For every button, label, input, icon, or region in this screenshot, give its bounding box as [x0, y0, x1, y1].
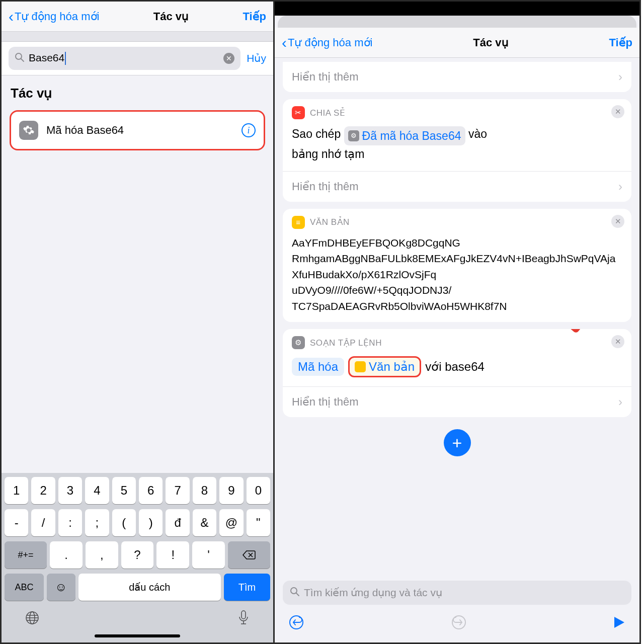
- keyboard: 1234567890 -/:;()đ&@" #+= . , ? ! ' ABC …: [2, 473, 273, 642]
- back-button[interactable]: ‹ Tự động hóa mới: [9, 9, 99, 24]
- key[interactable]: 2: [31, 477, 55, 504]
- key[interactable]: ?: [121, 541, 154, 569]
- nav-title: Tác vụ: [153, 10, 189, 23]
- mic-icon[interactable]: [237, 610, 250, 629]
- key[interactable]: &: [193, 509, 216, 536]
- key-row-4: ABC ☺ dấu cách Tìm: [5, 574, 270, 601]
- key[interactable]: (: [112, 509, 136, 536]
- scissors-icon: ✂: [292, 106, 305, 119]
- encode-chip[interactable]: Mã hóa: [292, 358, 344, 376]
- key-abc[interactable]: ABC: [5, 574, 44, 601]
- key-row-3: #+= . , ? ! ': [5, 541, 270, 569]
- search-bar: Base64 ✕ Hủy: [2, 42, 273, 75]
- key-row-1: 1234567890: [5, 477, 270, 504]
- key-row-2: -/:;()đ&@": [5, 509, 270, 536]
- redo-button: [451, 615, 466, 633]
- close-icon[interactable]: ✕: [611, 215, 624, 228]
- key-emoji[interactable]: ☺: [47, 574, 75, 601]
- clear-icon[interactable]: ✕: [223, 53, 234, 64]
- key-symbols[interactable]: #+=: [5, 541, 47, 569]
- show-more-row[interactable]: Hiển thị thêm ›: [283, 171, 631, 202]
- home-indicator: [95, 634, 180, 637]
- show-more-label: Hiển thị thêm: [292, 70, 359, 84]
- variable-chip[interactable]: ⚙ Đã mã hóa Base64: [344, 126, 465, 146]
- key[interactable]: 4: [85, 477, 109, 504]
- key[interactable]: đ: [166, 509, 189, 536]
- next-button[interactable]: Tiếp: [609, 36, 632, 49]
- key-backspace[interactable]: [228, 541, 270, 569]
- close-icon[interactable]: ✕: [611, 335, 624, 348]
- play-button[interactable]: [613, 616, 625, 632]
- globe-icon[interactable]: [25, 610, 40, 629]
- show-more-label: Hiển thị thêm: [292, 395, 359, 409]
- key[interactable]: 6: [139, 477, 163, 504]
- key[interactable]: ;: [85, 509, 109, 536]
- bottom-toolbar: [275, 610, 639, 637]
- status-bar: [275, 2, 639, 16]
- search-input[interactable]: Base64: [29, 52, 219, 65]
- card-text: ✕ ≡ VĂN BẢN AaYFmDHBEyEFBQOKg8DCgqNG Rmh…: [283, 209, 631, 323]
- search-icon: [290, 587, 300, 599]
- workflow-content: Hiển thị thêm › ✕ ✂ CHIA SẺ Sao chép ⚙ Đ…: [275, 58, 639, 581]
- nav-title: Tác vụ: [473, 36, 508, 49]
- key[interactable]: ': [192, 541, 225, 569]
- right-screenshot: ‹ Tự động hóa mới Tác vụ Tiếp Hiển thị t…: [275, 0, 641, 644]
- key[interactable]: :: [58, 509, 82, 536]
- action-result-base64[interactable]: Mã hóa Base64 i: [10, 110, 265, 150]
- back-label: Tự động hóa mới: [15, 10, 99, 23]
- header-label: SOẠN TẬP LỆNH: [310, 338, 382, 348]
- key[interactable]: 5: [112, 477, 136, 504]
- svg-line-9: [296, 593, 299, 596]
- key[interactable]: @: [219, 509, 243, 536]
- sheet-background: [278, 16, 636, 28]
- key[interactable]: 9: [219, 477, 243, 504]
- with-label: với base64: [425, 360, 485, 374]
- svg-point-8: [291, 588, 297, 594]
- show-more-row[interactable]: Hiển thị thêm ›: [283, 386, 631, 417]
- card-show-more-top: Hiển thị thêm ›: [283, 62, 631, 92]
- card-header-share: ✂ CHIA SẺ: [283, 99, 631, 122]
- chevron-right-icon: ›: [618, 70, 622, 84]
- key[interactable]: 1: [5, 477, 28, 504]
- text-variable-chip[interactable]: Văn bản: [348, 356, 421, 377]
- key[interactable]: ,: [86, 541, 118, 569]
- key[interactable]: 3: [58, 477, 82, 504]
- key[interactable]: !: [156, 541, 189, 569]
- key[interactable]: .: [50, 541, 83, 569]
- action-search[interactable]: Tìm kiếm ứng dụng và tác vụ: [283, 581, 631, 605]
- text-body[interactable]: AaYFmDHBEyEFBQOKg8DCgqNG RmhgamABggNBaFU…: [283, 232, 631, 323]
- card-script: ✕ ⚙ SOẠN TẬP LỆNH Mã hóa Văn bản với bas…: [283, 329, 631, 417]
- key[interactable]: -: [5, 509, 28, 536]
- key[interactable]: /: [31, 509, 55, 536]
- share-body: Sao chép ⚙ Đã mã hóa Base64 vào bảng nhớ…: [283, 122, 631, 171]
- key[interactable]: ": [247, 509, 270, 536]
- back-button[interactable]: ‹ Tự động hóa mới: [282, 35, 372, 50]
- info-icon[interactable]: i: [242, 123, 256, 137]
- text-icon: [355, 361, 366, 372]
- svg-point-0: [16, 53, 22, 59]
- nav-bar: ‹ Tự động hóa mới Tác vụ Tiếp: [275, 28, 639, 58]
- add-action-button[interactable]: +: [444, 429, 471, 456]
- search-field[interactable]: Base64 ✕: [9, 47, 240, 70]
- divider: [2, 32, 273, 42]
- key[interactable]: 0: [247, 477, 270, 504]
- next-button[interactable]: Tiếp: [243, 10, 266, 23]
- chevron-left-icon: ‹: [9, 9, 14, 24]
- close-icon[interactable]: ✕: [611, 105, 624, 118]
- key-space[interactable]: dấu cách: [78, 574, 221, 601]
- result-label: Mã hóa Base64: [46, 124, 233, 137]
- show-more-row[interactable]: Hiển thị thêm ›: [283, 62, 631, 92]
- section-heading: Tác vụ: [2, 75, 273, 106]
- undo-button[interactable]: [289, 615, 304, 633]
- key-search[interactable]: Tìm: [224, 574, 270, 601]
- key[interactable]: 8: [193, 477, 216, 504]
- search-placeholder: Tìm kiếm ứng dụng và tác vụ: [304, 587, 442, 599]
- search-icon: [15, 52, 25, 65]
- key[interactable]: 7: [166, 477, 189, 504]
- chevron-right-icon: ›: [618, 395, 622, 409]
- keyboard-bottom: [5, 606, 270, 631]
- gear-icon: ⚙: [292, 336, 305, 349]
- key[interactable]: ): [139, 509, 163, 536]
- cancel-button[interactable]: Hủy: [247, 52, 266, 64]
- left-screenshot: ‹ Tự động hóa mới Tác vụ Tiếp Base64 ✕ H…: [0, 0, 275, 644]
